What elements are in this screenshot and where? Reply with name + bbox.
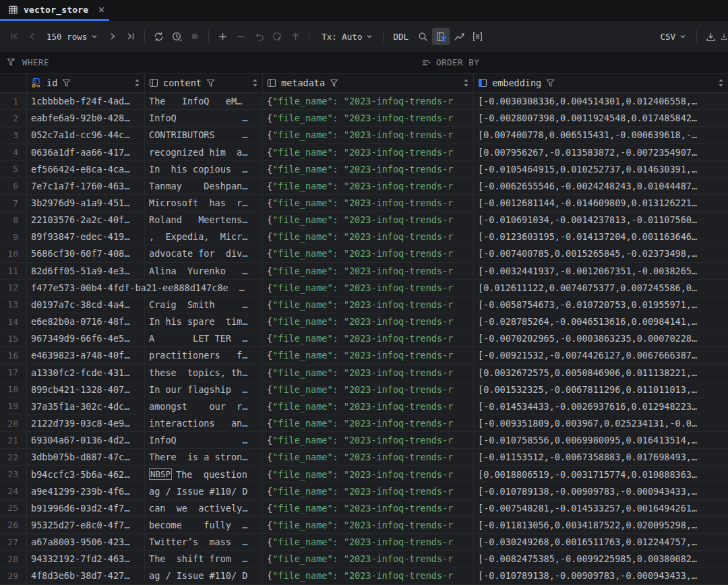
chart-icon[interactable]: [450, 28, 468, 45]
cell-id[interactable]: 4f8d3e6b-38d7-427…: [27, 567, 145, 584]
row-number[interactable]: 15: [0, 330, 27, 346]
cell-content[interactable]: these topics, th…: [145, 365, 263, 381]
cell-id[interactable]: d0197a7c-38cd-4a4…: [27, 297, 145, 313]
cell-content[interactable]: interactions an…: [145, 415, 263, 431]
cell-embedding[interactable]: [-0.0123603195,-0.014137204,0.001163646…: [474, 228, 728, 245]
row-number[interactable]: 17: [0, 365, 27, 381]
cell-metadata[interactable]: {"file_name": "2023-infoq-trends-r: [263, 449, 474, 465]
cell-id[interactable]: 37a35f1a-302c-4dc…: [27, 398, 145, 414]
row-number[interactable]: 24: [0, 483, 27, 499]
first-page-button[interactable]: [5, 28, 23, 45]
cell-content[interactable]: Alina Yurenko …: [145, 263, 263, 279]
row-number[interactable]: 20: [0, 415, 27, 431]
cell-metadata[interactable]: {"file_name": "2023-infoq-trends-r: [263, 415, 474, 431]
cell-metadata[interactable]: {"file_name": "2023-infoq-trends-r: [263, 483, 474, 499]
cell-embedding[interactable]: [0.007956267,-0.013583872,-0.0072354907…: [474, 144, 728, 160]
cell-metadata[interactable]: {"file_name": "2023-infoq-trends-r: [263, 398, 474, 414]
order-by-field[interactable]: ORDER BY: [421, 52, 479, 73]
cell-content[interactable]: ag / Issue #110/ D: [145, 483, 263, 499]
column-header-content[interactable]: content: [145, 73, 263, 92]
auto-refresh-clock-icon[interactable]: [168, 28, 185, 45]
cell-id[interactable]: 899cb421-1328-407…: [27, 381, 145, 398]
where-clause-field[interactable]: WHERE: [7, 57, 49, 67]
cell-id[interactable]: 82d6ff05-51a9-4e3…: [27, 263, 145, 279]
cell-id[interactable]: 69304a67-0136-4d2…: [27, 432, 145, 448]
cell-embedding[interactable]: [-0.009351809,0.003967,0.025234131,-0.0…: [474, 415, 728, 431]
cell-id[interactable]: b91996d6-03d2-4f7…: [27, 500, 145, 516]
cell-metadata[interactable]: {"file_name": "2023-infoq-trends-r: [263, 551, 474, 567]
sort-icon[interactable]: [252, 78, 258, 88]
cell-embedding[interactable]: [-0.0105464915,0.010252737,0.014630391,…: [474, 161, 728, 177]
cell-content[interactable]: The shift from …: [145, 551, 263, 567]
cell-embedding[interactable]: [-0.028785264,-0.0046513616,0.00984141,…: [474, 313, 728, 330]
cell-content[interactable]: ag / Issue #110/ D: [145, 567, 263, 584]
tab-vector-store[interactable]: vector_store: [0, 0, 109, 19]
cell-embedding[interactable]: [-0.007548281,-0.014533257,0.0016494261…: [474, 500, 728, 516]
cell-id[interactable]: f477e573-00b4-4fdf-ba21-ee888d147c8e …: [27, 280, 263, 296]
cell-content[interactable]: There is a stron…: [145, 449, 263, 465]
filter-icon[interactable]: [206, 79, 215, 88]
cell-embedding[interactable]: [-0.010691034,-0.0014237813,-0.01107560…: [474, 212, 728, 228]
cell-metadata[interactable]: {"file_name": "2023-infoq-trends-r: [263, 381, 474, 398]
cell-id[interactable]: e4639823-a748-40f…: [27, 347, 145, 363]
cell-id[interactable]: a67a8003-9506-423…: [27, 534, 145, 550]
cell-metadata[interactable]: {"file_name": "2023-infoq-trends-r: [263, 263, 474, 279]
cell-metadata[interactable]: {"file_name": "2023-infoq-trends-r: [263, 178, 474, 194]
row-number[interactable]: 23: [0, 466, 27, 482]
row-number[interactable]: 10: [0, 245, 27, 261]
cell-embedding[interactable]: [-0.01153512,-0.0067358883,0.017698493,…: [474, 449, 728, 465]
cell-metadata[interactable]: {"file_name": "2023-infoq-trends-r: [263, 110, 474, 126]
row-number[interactable]: 25: [0, 500, 27, 516]
cell-content[interactable]: Twitter’s mass …: [145, 534, 263, 550]
row-number[interactable]: 28: [0, 551, 27, 567]
cell-content[interactable]: In his spare tim…: [145, 313, 263, 330]
cell-id[interactable]: 967349d9-66f6-4e5…: [27, 330, 145, 346]
cell-content[interactable]: recognized him a…: [145, 144, 263, 160]
cell-content[interactable]: NBSPThe question: [145, 466, 263, 482]
cell-id[interactable]: 22103576-2a2c-40f…: [27, 212, 145, 228]
row-number[interactable]: 6: [0, 178, 27, 194]
page-size-dropdown[interactable]: 150 rows: [42, 28, 103, 45]
filter-icon[interactable]: [330, 79, 338, 88]
cell-id[interactable]: 3b2976d9-a1a9-451…: [27, 195, 145, 211]
previous-page-button[interactable]: [24, 28, 41, 45]
cell-metadata[interactable]: {"file_name": "2023-infoq-trends-r: [263, 144, 474, 160]
cell-embedding[interactable]: [0.001532325,-0.0067811296,0.011011013,…: [474, 381, 728, 398]
cell-metadata[interactable]: {"file_name": "2023-infoq-trends-r: [263, 517, 474, 533]
cell-content[interactable]: A LET TER …: [145, 330, 263, 346]
column-filter-toggle[interactable]: [432, 28, 450, 45]
cell-content[interactable]: advocate for div…: [145, 245, 263, 261]
cell-embedding[interactable]: [-0.00921532,-0.0074426127,0.0067666387…: [474, 347, 728, 363]
sort-icon[interactable]: [463, 78, 469, 88]
cell-embedding[interactable]: [0.0032672575,0.0050846906,0.011138221,…: [474, 365, 728, 381]
cell-id[interactable]: 5686cf30-60f7-408…: [27, 245, 145, 261]
cell-id[interactable]: a1330fc2-fcde-431…: [27, 365, 145, 381]
cell-metadata[interactable]: {"file_name": "2023-infoq-trends-r: [263, 330, 474, 346]
refresh-icon[interactable]: [150, 28, 167, 45]
download-icon[interactable]: [702, 28, 719, 45]
row-number[interactable]: 26: [0, 517, 27, 533]
cell-embedding[interactable]: [-0.0028007398,0.0011924548,0.017485842…: [474, 110, 728, 126]
cell-content[interactable]: , Expedia, Micr…: [145, 228, 263, 245]
cell-id[interactable]: 7e7c1a7f-1760-463…: [27, 178, 145, 194]
log-icon[interactable]: [468, 28, 486, 45]
cell-content[interactable]: The InfoQ eM…: [145, 93, 263, 109]
close-icon[interactable]: [98, 6, 105, 13]
row-number[interactable]: 8: [0, 212, 27, 228]
cell-metadata[interactable]: {"file_name": "2023-infoq-trends-r: [263, 127, 474, 143]
row-number[interactable]: 14: [0, 313, 27, 330]
cell-embedding[interactable]: [-0.0058754673,-0.010720753,0.01955971,…: [474, 297, 728, 313]
cell-embedding[interactable]: [-0.0062655546,-0.0024248243,0.01044487…: [474, 178, 728, 194]
cell-metadata[interactable]: {"file_name": "2023-infoq-trends-r: [263, 297, 474, 313]
cell-embedding[interactable]: [0.007400778,0.006515431,-0.000639618,-…: [474, 127, 728, 143]
row-number[interactable]: 12: [0, 280, 27, 296]
cell-metadata[interactable]: {"file_name": "2023-infoq-trends-r: [263, 365, 474, 381]
cell-id[interactable]: e6e82b0a-0716-48f…: [27, 313, 145, 330]
cell-embedding[interactable]: [-0.010789138,-0.00909783,-0.000943433,…: [474, 567, 728, 584]
sort-icon[interactable]: [718, 78, 724, 88]
column-header-embedding[interactable]: embedding: [474, 73, 728, 92]
row-number[interactable]: 19: [0, 398, 27, 414]
cell-embedding[interactable]: [-0.0030308336,0.004514301,0.012406558,…: [474, 93, 728, 109]
cell-metadata[interactable]: {"file_name": "2023-infoq-trends-r: [263, 93, 474, 109]
row-number[interactable]: 22: [0, 449, 27, 465]
